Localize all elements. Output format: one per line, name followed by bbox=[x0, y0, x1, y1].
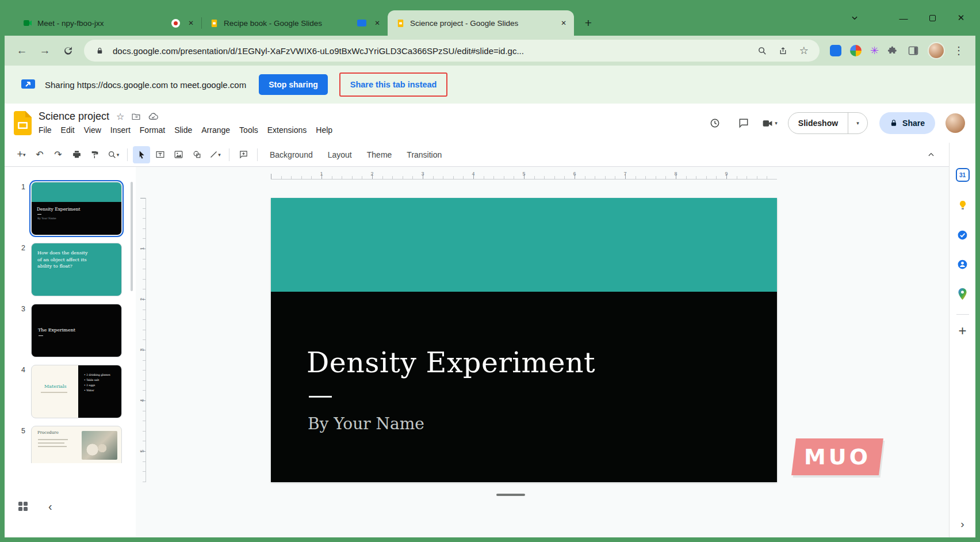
maximize-button[interactable] bbox=[918, 0, 947, 36]
forward-button[interactable]: → bbox=[33, 39, 56, 62]
extension-icon-blue[interactable] bbox=[830, 45, 841, 56]
paint-format-button[interactable] bbox=[86, 146, 104, 163]
browser-menu-icon[interactable]: ⋮ bbox=[954, 44, 964, 57]
version-history-icon[interactable] bbox=[704, 112, 726, 134]
select-tool-button[interactable] bbox=[133, 146, 150, 163]
stop-sharing-button[interactable]: Stop sharing bbox=[259, 74, 328, 95]
tab-close-icon[interactable]: ✕ bbox=[372, 17, 383, 29]
insert-shape-button[interactable] bbox=[188, 146, 205, 163]
share-button[interactable]: Share bbox=[879, 112, 935, 134]
minimize-button[interactable]: — bbox=[889, 0, 918, 36]
close-window-button[interactable]: ✕ bbox=[947, 0, 975, 36]
menu-view[interactable]: View bbox=[79, 124, 106, 136]
slides-logo[interactable] bbox=[14, 111, 32, 135]
zoom-icon[interactable] bbox=[755, 43, 770, 58]
menu-format[interactable]: Format bbox=[135, 124, 170, 136]
text-box-button[interactable] bbox=[151, 146, 169, 163]
print-button[interactable] bbox=[68, 146, 85, 163]
tab-meet[interactable]: Meet - npy-fboo-jxx ✕ bbox=[15, 10, 201, 36]
slide-number: 2 bbox=[16, 243, 25, 296]
workspace: 1 Density Experiment By Your Name 2 How … bbox=[5, 167, 949, 537]
slide-4-thumbnail[interactable]: Materials 2 drinking glasses Table salt … bbox=[31, 365, 122, 418]
back-button[interactable]: ← bbox=[10, 39, 33, 62]
tab-close-icon[interactable]: ✕ bbox=[558, 17, 569, 29]
current-slide[interactable]: Density Experiment By Your Name bbox=[271, 198, 777, 482]
window-controls: — ✕ bbox=[843, 0, 975, 36]
redo-button[interactable]: ↷ bbox=[49, 146, 67, 163]
bookmark-star-icon[interactable]: ☆ bbox=[797, 43, 811, 58]
menu-insert[interactable]: Insert bbox=[106, 124, 135, 136]
slide-number: 3 bbox=[16, 304, 25, 357]
expand-side-panel-chevron-icon[interactable]: › bbox=[960, 518, 964, 530]
menu-extensions[interactable]: Extensions bbox=[263, 124, 311, 136]
menu-edit[interactable]: Edit bbox=[56, 124, 79, 136]
menu-file[interactable]: File bbox=[34, 124, 56, 136]
star-document-icon[interactable]: ☆ bbox=[116, 111, 124, 122]
menu-slide[interactable]: Slide bbox=[170, 124, 197, 136]
insert-line-button[interactable]: ▾ bbox=[206, 146, 224, 163]
layout-button[interactable]: Layout bbox=[321, 146, 359, 163]
add-side-panel-app-button[interactable]: + bbox=[958, 324, 966, 338]
share-page-icon[interactable] bbox=[776, 43, 791, 58]
site-info-lock-icon[interactable] bbox=[92, 43, 107, 58]
slideshow-button[interactable]: Slideshow ▾ bbox=[788, 112, 868, 134]
extensions-puzzle-icon[interactable] bbox=[887, 45, 899, 56]
tab-close-icon[interactable]: ✕ bbox=[185, 17, 197, 29]
comment-icon[interactable] bbox=[733, 112, 755, 134]
menu-arrange[interactable]: Arrange bbox=[197, 124, 235, 136]
undo-button[interactable]: ↶ bbox=[31, 146, 48, 163]
calendar-icon[interactable]: 31 bbox=[956, 168, 970, 182]
extension-icon-pinwheel[interactable]: ✳ bbox=[870, 45, 879, 56]
tasks-icon[interactable] bbox=[956, 229, 968, 241]
filmstrip-scrollbar[interactable] bbox=[131, 182, 133, 291]
grid-view-icon[interactable] bbox=[18, 502, 28, 511]
filmstrip-row: 5 Procedure bbox=[16, 426, 136, 463]
slides-favicon bbox=[209, 18, 219, 28]
zoom-button[interactable]: ▾ bbox=[105, 146, 122, 163]
cloud-saved-icon[interactable] bbox=[148, 111, 159, 122]
menu-tools[interactable]: Tools bbox=[235, 124, 263, 136]
slideshow-label[interactable]: Slideshow bbox=[788, 113, 848, 133]
tab-science-project[interactable]: Science project - Google Slides ✕ bbox=[388, 10, 574, 36]
slide-3-thumbnail[interactable]: The Experiment bbox=[31, 304, 122, 357]
slide-title-text[interactable]: Density Experiment bbox=[307, 346, 595, 379]
tab-search-chevron-icon[interactable] bbox=[843, 0, 866, 36]
join-call-button[interactable]: ▾ bbox=[761, 117, 778, 129]
slideshow-options-caret[interactable]: ▾ bbox=[848, 113, 867, 133]
slide-1-thumbnail[interactable]: Density Experiment By Your Name bbox=[31, 182, 122, 235]
account-avatar[interactable] bbox=[945, 113, 965, 133]
keep-icon[interactable] bbox=[957, 199, 968, 212]
extension-icon-multicolor[interactable] bbox=[850, 45, 862, 56]
move-folder-icon[interactable] bbox=[131, 112, 141, 121]
share-this-tab-link[interactable]: Share this tab instead bbox=[350, 80, 437, 89]
background-button[interactable]: Background bbox=[263, 146, 320, 163]
slide-teal-band[interactable] bbox=[271, 198, 777, 292]
new-tab-button[interactable]: + bbox=[579, 13, 598, 33]
new-slide-button[interactable]: +▾ bbox=[13, 146, 30, 163]
side-panel-toggle-icon[interactable] bbox=[908, 45, 919, 56]
transition-button[interactable]: Transition bbox=[400, 146, 449, 163]
muo-watermark-text: MUO bbox=[804, 444, 871, 470]
theme-button[interactable]: Theme bbox=[360, 146, 399, 163]
slides-favicon bbox=[396, 18, 405, 28]
slide-5-thumbnail[interactable]: Procedure bbox=[31, 426, 122, 463]
menu-bar: File Edit View Insert Format Slide Arran… bbox=[34, 124, 337, 136]
address-bar[interactable]: docs.google.com/presentation/d/1EGNyl-Xa… bbox=[84, 40, 820, 62]
thumb-photo bbox=[82, 431, 117, 460]
insert-comment-button[interactable] bbox=[235, 146, 252, 163]
profile-avatar[interactable] bbox=[928, 42, 945, 59]
collapse-filmstrip-chevron-icon[interactable]: ‹ bbox=[48, 501, 52, 512]
tab-recipe-book[interactable]: Recipe book - Google Slides ✕ bbox=[201, 10, 388, 36]
doc-title[interactable]: Science project bbox=[39, 110, 109, 123]
maps-icon[interactable] bbox=[957, 288, 968, 300]
hide-menus-chevron-icon[interactable] bbox=[922, 146, 940, 163]
slide-byline-text[interactable]: By Your Name bbox=[308, 414, 424, 433]
speaker-notes-handle[interactable] bbox=[496, 494, 525, 496]
slide-divider-dash bbox=[309, 396, 332, 398]
url-text[interactable]: docs.google.com/presentation/d/1EGNyl-Xa… bbox=[113, 46, 749, 56]
slide-2-thumbnail[interactable]: How does the density of an object affect… bbox=[31, 243, 122, 296]
contacts-icon[interactable] bbox=[956, 258, 968, 270]
menu-help[interactable]: Help bbox=[311, 124, 337, 136]
reload-button[interactable] bbox=[56, 39, 79, 62]
insert-image-button[interactable] bbox=[170, 146, 187, 163]
